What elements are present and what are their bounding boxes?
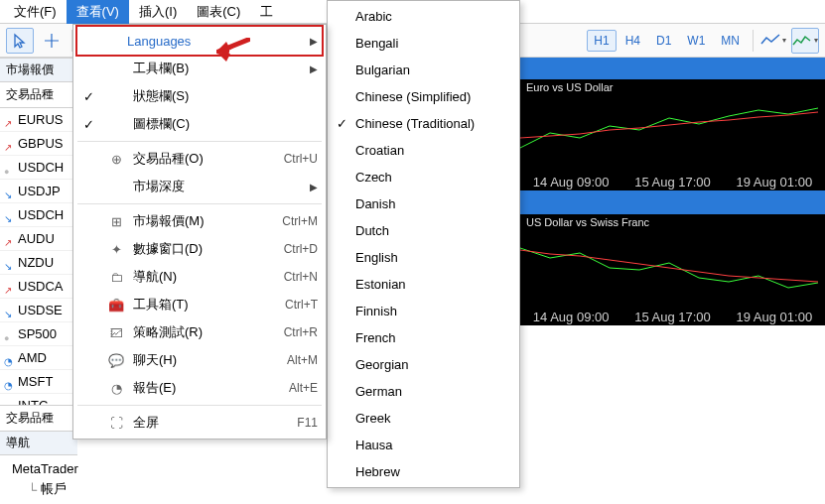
- language-item[interactable]: Greek: [328, 405, 519, 432]
- language-item[interactable]: Hebrew: [328, 458, 519, 485]
- check-icon: ✓: [332, 116, 351, 131]
- menu-item-label: 工具箱(T): [133, 296, 279, 314]
- menubar-item[interactable]: 插入(I): [129, 0, 187, 24]
- navigator-header: 導航: [0, 432, 77, 455]
- language-item[interactable]: Czech: [328, 164, 519, 190]
- submenu-arrow-icon: ▶: [310, 36, 318, 47]
- language-label: Czech: [355, 170, 392, 185]
- language-item[interactable]: French: [328, 324, 519, 351]
- language-item[interactable]: Estonian: [328, 271, 519, 298]
- navigator-accounts-item[interactable]: └帳戶: [6, 478, 71, 500]
- menu-item-label: 交易品種(O): [133, 150, 278, 168]
- menu-item[interactable]: ◔報告(E)Alt+E: [73, 374, 326, 402]
- menu-item[interactable]: 🧰工具箱(T)Ctrl+T: [73, 291, 326, 318]
- menu-item-label: 圖標欄(C): [133, 115, 318, 133]
- timeframe-button-h1[interactable]: H1: [587, 30, 616, 52]
- language-item[interactable]: Croatian: [328, 137, 519, 164]
- menu-icon: ⛶: [105, 413, 127, 433]
- language-label: Danish: [355, 196, 395, 211]
- menu-item[interactable]: 🗠策略測試(R)Ctrl+R: [73, 318, 326, 346]
- language-item[interactable]: Hausa: [328, 432, 519, 458]
- menu-shortcut: Alt+E: [289, 381, 318, 395]
- menubar-item[interactable]: 查看(V): [67, 0, 129, 24]
- symbol-row[interactable]: USDCH: [0, 156, 77, 180]
- menu-item[interactable]: ⛶全屏F11: [73, 409, 326, 437]
- symbol-row[interactable]: MSFT: [0, 370, 77, 394]
- language-label: Chinese (Simplified): [355, 89, 471, 104]
- symbols-tab[interactable]: 交易品種: [0, 82, 77, 108]
- symbol-row[interactable]: SP500: [0, 322, 77, 346]
- language-item[interactable]: Danish: [328, 190, 519, 217]
- symbol-row[interactable]: GBPUS: [0, 132, 77, 156]
- timeframe-button-h4[interactable]: H4: [619, 30, 647, 52]
- menu-separator: [77, 203, 322, 204]
- menu-item[interactable]: 💬聊天(H)Alt+M: [73, 346, 326, 374]
- chart-window-header-2[interactable]: [520, 190, 825, 214]
- check-icon: ✓: [77, 89, 99, 104]
- menu-item[interactable]: ⊕交易品種(O)Ctrl+U: [73, 145, 326, 173]
- trend-dn-icon: [4, 210, 14, 220]
- symbol-row[interactable]: USDCA: [0, 275, 77, 299]
- chart-1-axis: 14 Aug 09:0015 Aug 17:0019 Aug 01:00: [520, 175, 825, 189]
- menu-item-label: 市場深度: [133, 178, 304, 195]
- menu-item-label: 全屏: [133, 414, 291, 432]
- menubar-item[interactable]: 文件(F): [4, 0, 67, 24]
- cursor-tool-button[interactable]: [6, 28, 34, 54]
- language-item[interactable]: Arabic: [328, 3, 519, 30]
- indicator-button[interactable]: ▾: [791, 28, 819, 54]
- symbol-row[interactable]: NZDU: [0, 251, 77, 275]
- menu-item[interactable]: ⊞市場報價(M)Ctrl+M: [73, 207, 326, 235]
- symbol-row[interactable]: EURUS: [0, 108, 77, 132]
- chart-type-button[interactable]: ▾: [759, 28, 787, 54]
- chart-1[interactable]: Euro vs US Dollar 14 Aug 09:0015 Aug 17:…: [520, 79, 825, 190]
- timeframe-button-d1[interactable]: D1: [649, 30, 678, 52]
- language-item[interactable]: Dutch: [328, 217, 519, 244]
- menu-shortcut: Ctrl+N: [284, 270, 318, 284]
- menu-item[interactable]: 🗀導航(N)Ctrl+N: [73, 263, 326, 291]
- symbol-row[interactable]: AUDU: [0, 227, 77, 251]
- language-item[interactable]: Chinese (Simplified): [328, 83, 519, 110]
- menu-item[interactable]: 市場深度▶: [73, 173, 326, 200]
- menu-shortcut: F11: [297, 416, 318, 430]
- symbol-row[interactable]: USDSE: [0, 299, 77, 322]
- language-label: German: [355, 384, 402, 399]
- chart-window-header[interactable]: [520, 58, 825, 79]
- language-item[interactable]: ✓Chinese (Traditional): [328, 110, 519, 137]
- trend-dn-icon: [4, 187, 14, 196]
- symbol-row[interactable]: USDCH: [0, 203, 77, 227]
- timeframe-button-mn[interactable]: MN: [714, 30, 747, 52]
- chart-2[interactable]: US Dollar vs Swiss Franc 14 Aug 09:0015 …: [520, 214, 825, 325]
- timeframe-button-w1[interactable]: W1: [680, 30, 712, 52]
- menubar-item[interactable]: 圖表(C): [187, 0, 250, 24]
- symbols-tab-2[interactable]: 交易品種: [0, 405, 77, 431]
- chart-1-title: Euro vs US Dollar: [526, 81, 613, 93]
- trend-dn-icon: [4, 258, 14, 268]
- navigator-app-item[interactable]: MetaTrader: [6, 459, 71, 478]
- language-item[interactable]: Finnish: [328, 298, 519, 324]
- menu-item[interactable]: ✓狀態欄(S): [73, 82, 326, 110]
- language-item[interactable]: Georgian: [328, 351, 519, 378]
- language-item[interactable]: Bengali: [328, 30, 519, 57]
- menu-shortcut: Alt+M: [287, 353, 318, 367]
- menu-shortcut: Ctrl+T: [285, 298, 318, 312]
- language-label: Estonian: [355, 277, 406, 292]
- menu-separator: [77, 141, 322, 142]
- menu-item[interactable]: ✦數據窗口(D)Ctrl+D: [73, 235, 326, 263]
- chart-2-title: US Dollar vs Swiss Franc: [526, 216, 649, 228]
- trend-up-icon: [4, 139, 14, 149]
- trend-up-icon: [4, 234, 14, 244]
- symbol-row[interactable]: USDJP: [0, 180, 77, 203]
- menubar-item[interactable]: 工: [250, 0, 283, 24]
- language-item[interactable]: Bulgarian: [328, 57, 519, 83]
- language-item[interactable]: English: [328, 244, 519, 271]
- symbol-row[interactable]: INTC: [0, 394, 77, 405]
- language-item[interactable]: German: [328, 378, 519, 405]
- menu-icon: ⊞: [105, 211, 127, 231]
- crosshair-tool-button[interactable]: [38, 28, 66, 54]
- symbol-row[interactable]: AMD: [0, 346, 77, 370]
- languages-submenu: ArabicBengaliBulgarianChinese (Simplifie…: [327, 0, 520, 488]
- menu-item[interactable]: ✓圖標欄(C): [73, 110, 326, 138]
- menu-item[interactable]: 工具欄(B)▶: [73, 55, 326, 82]
- menu-item-label: 報告(E): [133, 379, 283, 397]
- menu-item[interactable]: Languages▶: [73, 27, 326, 55]
